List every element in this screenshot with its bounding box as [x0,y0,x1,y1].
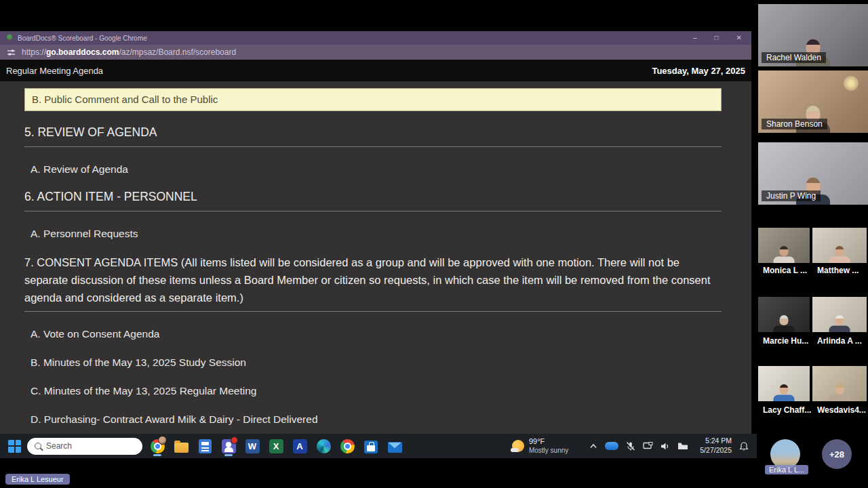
minimize-button-icon[interactable] [693,31,697,45]
participant-video[interactable] [812,228,867,263]
site-settings-icon[interactable] [7,48,16,57]
participant-name: Wesdavis4... [817,405,866,415]
taskbar-mail-icon[interactable] [386,436,403,456]
agenda-item[interactable]: C. Minutes of the May 13, 2025 Regular M… [24,385,722,397]
agenda-item[interactable]: D. Purchasing- Contract Award Milk & Dai… [24,413,722,426]
person-silhouette [772,384,796,401]
store-icon [364,441,378,453]
taskbar-chrome-icon[interactable] [149,436,166,456]
participant-name: Matthew ... [817,266,859,275]
window-title: BoardDocs® Scoreboard - Google Chrome [18,35,147,42]
participant-video[interactable] [812,366,867,401]
person-silhouette [827,384,852,401]
screen-share-region: BoardDocs® Scoreboard - Google Chrome ht… [0,0,757,488]
agenda-item[interactable]: B. Minutes of the May 13, 2025 Study Ses… [24,357,722,369]
search-placeholder: Search [46,441,72,451]
participant-name: Lacy Chaff... [763,405,811,415]
agenda-section[interactable]: 7. CONSENT AGENDA ITEMS (All items liste… [24,253,722,312]
agenda-section[interactable]: 6. ACTION ITEM - PERSONNEL [24,190,722,211]
taskbar-excel-icon[interactable] [267,436,285,456]
system-tray: 5:24 PM 5/27/2025 [589,436,749,455]
agenda-section[interactable]: 5. REVIEW OF AGENDA [24,125,722,147]
weather-condition: Mostly sunny [529,447,568,455]
person-silhouette [772,246,796,263]
taskbar-edge-icon[interactable] [315,436,332,456]
bluetooth-device-icon[interactable] [605,442,618,450]
taskbar-app-a-icon[interactable] [291,436,309,456]
search-icon [35,443,41,449]
participant-name: Marcie Hu... [763,336,808,346]
weather-sun-icon [512,440,524,452]
participant-video[interactable]: Sharon Benson [758,70,868,133]
agenda-item[interactable]: A. Personnel Requests [24,228,722,240]
clock-date: 5/27/2025 [700,446,732,455]
taskbar-file-explorer-icon[interactable] [172,436,190,456]
onedrive-folder-icon[interactable] [677,442,688,450]
start-button-icon[interactable] [8,440,21,453]
calculator-icon [199,439,212,453]
close-button-icon[interactable] [736,31,742,45]
weather-widget[interactable]: 99°F Mostly sunny [512,437,568,454]
browser-titlebar: BoardDocs® Scoreboard - Google Chrome [0,31,751,45]
taskbar-chrome2-icon[interactable] [338,436,356,456]
window-controls [693,31,746,45]
agenda-header-bar: Regular Meeting Agenda Tuesday, May 27, … [0,60,751,81]
self-name-label: Erika L Lesueur [5,474,70,485]
person-silhouette [772,315,796,332]
profile-avatar [158,436,167,445]
person-silhouette [827,315,852,332]
participant-video[interactable] [758,366,810,401]
participant-video[interactable] [758,297,810,332]
taskbar-clock[interactable]: 5:24 PM 5/27/2025 [700,436,732,455]
participant-name: Justin P Wing [762,190,821,201]
url-host: go.boarddocs.com [46,47,119,57]
notification-bell-icon[interactable] [739,441,749,451]
windows-taskbar: Search 99°F Mostly [0,434,757,458]
folder-icon [174,443,189,453]
browser-window: BoardDocs® Scoreboard - Google Chrome ht… [0,31,751,434]
agenda-item-selected[interactable]: B. Public Comment and Call to the Public [24,88,722,111]
taskbar-teams-icon[interactable] [220,436,237,456]
url-protocol: https:// [22,47,46,57]
agenda-item[interactable]: A. Vote on Consent Agenda [24,328,722,340]
meeting-date: Tuesday, May 27, 2025 [652,66,745,76]
search-input[interactable]: Search [27,438,142,455]
ceiling-light [844,76,859,91]
participant-name: Rachel Walden [762,52,826,63]
weather-temp: 99°F [529,437,568,446]
person-silhouette [827,246,852,263]
chevron-up-icon[interactable] [589,443,597,449]
agenda-list: B. Public Comment and Call to the Public… [0,81,751,434]
participant-name: Monica L ... [763,266,807,275]
meeting-window: BoardDocs® Scoreboard - Google Chrome ht… [0,0,868,488]
page-title: Regular Meeting Agenda [6,66,103,76]
participant-video[interactable] [812,297,867,332]
edge-icon [317,439,331,453]
taskbar-calculator-icon[interactable] [196,436,214,456]
app-a-icon [293,439,307,453]
taskbar-word-icon[interactable] [243,436,261,456]
word-icon [245,439,260,453]
mail-icon [388,442,402,453]
speaker-icon[interactable] [660,442,670,451]
clock-time: 5:24 PM [700,436,732,446]
browser-urlbar[interactable]: https://go.boarddocs.com/az/mpsaz/Board.… [0,45,751,60]
url-path: /az/mpsaz/Board.nsf/scoreboard [119,47,236,57]
participant-name: Sharon Benson [762,119,827,129]
agenda-item[interactable]: A. Review of Agenda [24,163,722,176]
boarddocs-favicon-icon [5,34,14,42]
maximize-button-icon[interactable] [715,31,719,45]
participant-video[interactable]: Justin P Wing [758,142,868,205]
participant-name: Arlinda A ... [817,336,862,346]
chrome-icon [340,439,355,453]
taskbar-store-icon[interactable] [362,436,380,456]
url-text[interactable]: https://go.boarddocs.com/az/mpsaz/Board.… [22,47,236,57]
participant-name: Erika L L... [765,465,808,474]
mic-muted-icon[interactable] [626,441,635,451]
participant-video[interactable]: Rachel Walden [758,4,868,66]
excel-icon [269,439,283,453]
display-icon[interactable] [643,442,653,451]
participants-sidebar: Rachel Walden Sharon Benson Justin P Win… [757,0,868,488]
overflow-participants-button[interactable]: +28 [822,439,852,469]
participant-video[interactable] [758,228,810,263]
